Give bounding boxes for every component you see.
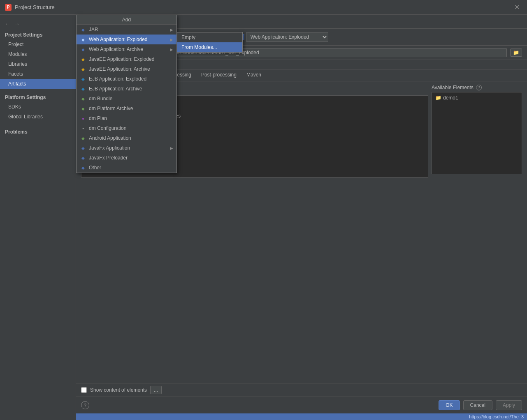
sidebar-modules-label: Modules xyxy=(8,51,27,57)
menu-item-ejb-archive[interactable]: ◆ EJB Application: Archive xyxy=(77,84,176,94)
sidebar-item-sdks[interactable]: SDKs xyxy=(0,102,76,112)
tab-post-processing[interactable]: Post-processing xyxy=(196,69,241,81)
browse-output-button[interactable]: 📁 xyxy=(510,48,522,57)
jar-arrow: ▶ xyxy=(170,28,173,32)
tab-maven[interactable]: Maven xyxy=(241,69,266,81)
ejb-archive-icon: ◆ xyxy=(80,85,86,92)
ok-button[interactable]: OK xyxy=(439,400,460,410)
menu-item-ejb-exploded[interactable]: ◆ EJB Application: Exploded xyxy=(77,74,176,84)
javafx-app-icon: ◆ xyxy=(80,145,86,151)
jar-icon: ◆ xyxy=(80,26,86,33)
sidebar-item-global-libraries[interactable]: Global Libraries xyxy=(0,112,76,122)
demo1-folder-icon: 📁 xyxy=(435,95,441,101)
back-button[interactable]: ← xyxy=(5,21,11,27)
platform-settings-label: Platform Settings xyxy=(0,92,76,102)
sidebar-facets-label: Facets xyxy=(8,71,23,77)
web-app-archive-icon: ◆ xyxy=(80,46,86,53)
javaee-exploded-icon: ◆ xyxy=(80,56,86,62)
menu-item-javaee-archive[interactable]: ◆ JavaEE Application: Archive xyxy=(77,64,176,74)
title-bar: P Project Structure ✕ xyxy=(0,0,527,15)
title-bar-text: Project Structure xyxy=(15,4,512,10)
cancel-button[interactable]: Cancel xyxy=(463,400,492,410)
sidebar-item-artifacts[interactable]: Artifacts xyxy=(0,79,76,89)
available-help-icon[interactable]: ? xyxy=(476,85,482,90)
menu-item-web-app-exploded[interactable]: ◆ Web Application: Exploded ▶ xyxy=(77,35,176,44)
project-structure-dialog: P Project Structure ✕ ← → Project Settin… xyxy=(0,0,527,420)
status-bar: https://blog.csdn.net/The_3 xyxy=(76,413,527,420)
available-header: Available Elements ? xyxy=(432,85,522,90)
submenu-item-from-modules[interactable]: From Modules... xyxy=(177,42,242,52)
browse-button[interactable]: ... xyxy=(150,386,162,394)
dm-bundle-icon: ◆ xyxy=(80,95,86,102)
status-url: https://blog.csdn.net/The_3 xyxy=(469,414,524,419)
add-menu-header: Add xyxy=(77,15,176,25)
artifact-type-select[interactable]: Web Application: Exploded xyxy=(246,32,328,42)
forward-button[interactable]: → xyxy=(14,21,20,27)
problems-label: Problems xyxy=(0,127,76,136)
menu-item-javaee-exploded[interactable]: ◆ JavaEE Application: Exploded xyxy=(77,54,176,64)
sidebar-item-project[interactable]: Project xyxy=(0,39,76,49)
help-button[interactable]: ? xyxy=(81,401,89,409)
menu-item-dm-bundle[interactable]: ◆ dm Bundle xyxy=(77,94,176,104)
sidebar-sdks-label: SDKs xyxy=(8,104,21,110)
javafx-preloader-icon: ◆ xyxy=(80,155,86,161)
submenu-item-empty[interactable]: Empty xyxy=(177,32,242,42)
menu-item-jar[interactable]: ◆ JAR ▶ xyxy=(77,25,176,35)
other-icon: ◆ xyxy=(80,164,86,171)
add-menu: Add ◆ JAR ▶ ◆ Web Application: Exploded … xyxy=(76,15,177,173)
sidebar-item-libraries[interactable]: Libraries xyxy=(0,59,76,69)
close-button[interactable]: ✕ xyxy=(512,2,522,12)
layout-right: Available Elements ? 📁 demo1 xyxy=(432,85,522,380)
sidebar-item-modules[interactable]: Modules xyxy=(0,49,76,59)
menu-item-dm-platform[interactable]: ◆ dm Platform Archive xyxy=(77,104,176,113)
show-content-checkbox[interactable] xyxy=(81,387,87,393)
available-elements-label: Available Elements xyxy=(432,85,474,90)
project-settings-label: Project Settings xyxy=(0,30,76,39)
sidebar-libraries-label: Libraries xyxy=(8,61,27,67)
menu-item-dm-plan[interactable]: ● dm Plan xyxy=(77,113,176,123)
sidebar: ← → Project Settings Project Modules Lib… xyxy=(0,15,76,420)
dm-plan-icon: ● xyxy=(80,115,86,122)
javaee-archive-icon: ◆ xyxy=(80,66,86,72)
menu-item-other[interactable]: ◆ Other xyxy=(77,163,176,173)
show-content-label: Show content of elements xyxy=(90,387,147,393)
sidebar-artifacts-label: Artifacts xyxy=(8,81,26,87)
available-tree-area: 📁 demo1 xyxy=(432,92,522,174)
menu-item-android-app[interactable]: ◆ Android Application xyxy=(77,133,176,143)
dm-config-icon: ▪ xyxy=(80,125,86,132)
sidebar-item-facets[interactable]: Facets xyxy=(0,69,76,79)
dm-platform-icon: ◆ xyxy=(80,105,86,112)
android-icon: ◆ xyxy=(80,135,86,141)
ejb-exploded-icon: ◆ xyxy=(80,76,86,82)
sidebar-project-label: Project xyxy=(8,42,23,47)
menu-item-dm-config[interactable]: ▪ dm Configuration xyxy=(77,123,176,133)
bottom-row: Show content of elements ... xyxy=(76,383,527,397)
nav-arrows: ← → xyxy=(0,18,76,30)
app-icon: P xyxy=(5,4,12,11)
apply-button[interactable]: Apply xyxy=(496,400,522,410)
footer-row: ? OK Cancel Apply xyxy=(76,397,527,413)
menu-item-web-app-archive[interactable]: ◆ Web Application: Archive ▶ xyxy=(77,44,176,54)
available-item-demo1[interactable]: 📁 demo1 xyxy=(434,94,520,102)
web-app-exploded-icon: ◆ xyxy=(80,36,86,43)
javafx-app-arrow: ▶ xyxy=(170,146,173,150)
web-app-exploded-arrow: ▶ xyxy=(170,37,173,42)
submenu-web-app-exploded: Empty From Modules... xyxy=(177,32,243,53)
menu-item-javafx-preloader[interactable]: ◆ JavaFx Preloader xyxy=(77,153,176,163)
sidebar-global-libraries-label: Global Libraries xyxy=(8,114,43,120)
menu-item-javafx-app[interactable]: ◆ JavaFx Application ▶ xyxy=(77,143,176,153)
dropdown-overlay: Add ◆ JAR ▶ ◆ Web Application: Exploded … xyxy=(76,15,177,173)
web-app-archive-arrow: ▶ xyxy=(170,47,173,52)
